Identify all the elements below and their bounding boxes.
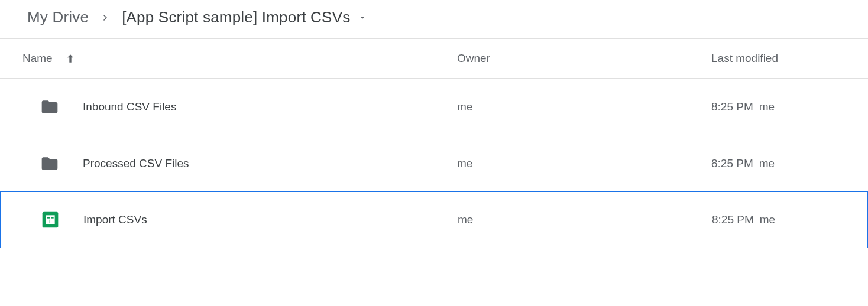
file-modified: 8:25 PMme <box>711 100 868 113</box>
file-name-cell: Processed CSV Files <box>22 154 457 173</box>
file-modified-time: 8:25 PM <box>711 100 753 113</box>
file-name-cell: Import CSVs <box>23 210 458 229</box>
column-header-modified[interactable]: Last modified <box>711 52 868 65</box>
file-name: Import CSVs <box>83 213 147 226</box>
file-list: Inbound CSV Filesme8:25 PMmeProcessed CS… <box>0 79 868 248</box>
file-row[interactable]: Inbound CSV Filesme8:25 PMme <box>0 79 868 135</box>
file-name: Inbound CSV Files <box>83 100 176 113</box>
file-owner: me <box>457 157 711 170</box>
sort-ascending-icon[interactable] <box>64 53 76 64</box>
chevron-right-icon <box>101 13 110 22</box>
folder-icon <box>40 154 59 173</box>
file-name: Processed CSV Files <box>83 157 189 170</box>
file-modified-by: me <box>760 213 775 226</box>
file-modified-time: 8:25 PM <box>711 157 753 170</box>
file-modified-by: me <box>759 100 775 113</box>
file-modified: 8:25 PMme <box>712 213 867 226</box>
breadcrumb: My Drive [App Script sample] Import CSVs <box>0 0 868 39</box>
column-header-row: Name Owner Last modified <box>0 39 868 79</box>
folder-dropdown-icon[interactable] <box>358 14 367 22</box>
file-owner: me <box>457 100 711 113</box>
column-header-owner[interactable]: Owner <box>457 52 711 65</box>
column-name-label: Name <box>22 52 53 65</box>
file-name-cell: Inbound CSV Files <box>22 97 457 116</box>
column-header-name[interactable]: Name <box>22 52 457 65</box>
folder-icon <box>40 97 59 116</box>
file-modified-by: me <box>759 157 775 170</box>
file-row[interactable]: Processed CSV Filesme8:25 PMme <box>0 135 868 192</box>
breadcrumb-root[interactable]: My Drive <box>27 8 89 27</box>
file-modified-time: 8:25 PM <box>712 213 754 226</box>
sheets-icon <box>41 210 60 229</box>
file-row[interactable]: Import CSVsme8:25 PMme <box>0 191 868 248</box>
file-modified: 8:25 PMme <box>711 157 868 170</box>
file-owner: me <box>458 213 712 226</box>
breadcrumb-current-folder[interactable]: [App Script sample] Import CSVs <box>122 8 350 27</box>
